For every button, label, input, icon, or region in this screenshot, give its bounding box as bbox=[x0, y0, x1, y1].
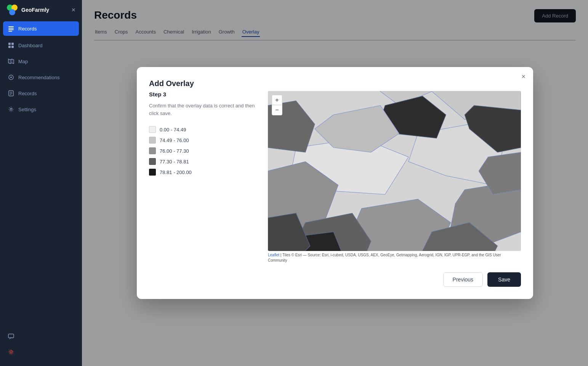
legend-item-1: 0.00 - 74.49 bbox=[149, 126, 256, 133]
legend-label-3: 76.00 - 77.30 bbox=[160, 148, 189, 154]
legend-swatch-3 bbox=[149, 147, 156, 154]
logo-icon bbox=[6, 4, 18, 16]
modal-map-panel: + − bbox=[268, 91, 521, 263]
sidebar-item-records[interactable]: Records bbox=[3, 86, 79, 101]
zoom-out-button[interactable]: − bbox=[272, 105, 282, 115]
main-area: Records Items Crops Accounts Chemical Ir… bbox=[82, 0, 588, 366]
svg-point-20 bbox=[10, 109, 12, 110]
sidebar-item-feedback[interactable] bbox=[3, 329, 79, 344]
legend-label-4: 77.30 - 78.81 bbox=[160, 159, 189, 165]
sidebar-label-recommendations: Recommendations bbox=[18, 75, 59, 80]
svg-rect-6 bbox=[8, 31, 12, 32]
feedback-icon bbox=[8, 333, 14, 340]
modal-close-button[interactable]: × bbox=[521, 73, 526, 80]
legend: 0.00 - 74.49 74.49 - 76.00 76.00 - 77.30 bbox=[149, 126, 256, 176]
legend-swatch-4 bbox=[149, 158, 156, 165]
legend-swatch-2 bbox=[149, 137, 156, 144]
sidebar-item-settings-gear[interactable] bbox=[3, 345, 79, 359]
sidebar-label-settings: Settings bbox=[18, 107, 36, 112]
modal-title: Add Overlay bbox=[149, 79, 521, 88]
svg-rect-8 bbox=[11, 43, 14, 45]
legend-swatch-5 bbox=[149, 169, 156, 176]
modal-footer: Previous Save bbox=[149, 272, 521, 287]
sidebar-label-map: Map bbox=[18, 59, 28, 64]
map-attribution: Leaflet | Tiles © Esri — Source: Esri, i… bbox=[268, 253, 521, 263]
sidebar-item-active[interactable]: Records bbox=[3, 21, 79, 36]
sidebar-active-label: Records bbox=[18, 26, 37, 32]
sidebar-logo: GeoFarmly ✕ bbox=[0, 0, 82, 20]
map-icon bbox=[8, 58, 14, 65]
sidebar-item-recommendations[interactable]: Recommendations bbox=[3, 70, 79, 85]
svg-rect-7 bbox=[8, 43, 11, 45]
legend-label-5: 78.81 - 200.00 bbox=[160, 169, 192, 175]
svg-point-22 bbox=[10, 351, 12, 353]
legend-item-5: 78.81 - 200.00 bbox=[149, 169, 256, 176]
sidebar-label-dashboard: Dashboard bbox=[18, 43, 43, 48]
sidebar-item-settings[interactable]: Settings bbox=[3, 102, 79, 117]
svg-rect-3 bbox=[8, 26, 14, 27]
zoom-in-button[interactable]: + bbox=[272, 95, 282, 105]
svg-rect-9 bbox=[8, 46, 11, 48]
add-overlay-modal: × Add Overlay Step 3 Confirm that the ov… bbox=[137, 67, 533, 299]
leaflet-link[interactable]: Leaflet bbox=[268, 253, 279, 257]
legend-item-4: 77.30 - 78.81 bbox=[149, 158, 256, 165]
records-icon-side bbox=[8, 90, 14, 97]
map-zoom-controls: + − bbox=[272, 95, 282, 115]
attribution-text: | Tiles © Esri — Source: Esri, i-cubed, … bbox=[268, 253, 501, 262]
svg-rect-10 bbox=[11, 46, 14, 48]
svg-rect-21 bbox=[8, 334, 14, 338]
modal-backdrop: × Add Overlay Step 3 Confirm that the ov… bbox=[82, 0, 588, 366]
sidebar-item-map[interactable]: Map bbox=[3, 54, 79, 69]
grid-icon bbox=[8, 42, 14, 49]
svg-point-2 bbox=[9, 9, 15, 15]
sidebar-bottom bbox=[0, 329, 82, 366]
records-icon bbox=[8, 25, 14, 32]
step-label: Step 3 bbox=[149, 91, 256, 97]
svg-marker-11 bbox=[8, 59, 14, 64]
previous-button[interactable]: Previous bbox=[443, 272, 483, 287]
sidebar: GeoFarmly ✕ Records Dashboard bbox=[0, 0, 82, 366]
recommendation-icon bbox=[8, 74, 14, 81]
sidebar-label-records: Records bbox=[18, 91, 37, 96]
map-container[interactable]: + − bbox=[268, 91, 521, 251]
svg-rect-5 bbox=[8, 29, 14, 30]
save-button[interactable]: Save bbox=[487, 272, 521, 287]
step-description: Confirm that the overlay data is correct… bbox=[149, 102, 256, 117]
settings-icon bbox=[8, 106, 14, 113]
map-svg bbox=[268, 91, 521, 251]
legend-swatch-1 bbox=[149, 126, 156, 133]
gear-red-icon bbox=[8, 348, 14, 355]
legend-item-3: 76.00 - 77.30 bbox=[149, 147, 256, 154]
sidebar-close-icon[interactable]: ✕ bbox=[71, 7, 76, 13]
svg-rect-4 bbox=[8, 28, 14, 29]
svg-point-15 bbox=[10, 77, 12, 78]
legend-item-2: 74.49 - 76.00 bbox=[149, 137, 256, 144]
logo-text: GeoFarmly bbox=[21, 7, 49, 13]
sidebar-item-dashboard[interactable]: Dashboard bbox=[3, 38, 79, 53]
modal-body: Step 3 Confirm that the overlay data is … bbox=[149, 91, 521, 263]
modal-left-panel: Step 3 Confirm that the overlay data is … bbox=[149, 91, 256, 263]
legend-label-1: 0.00 - 74.49 bbox=[160, 127, 186, 133]
legend-label-2: 74.49 - 76.00 bbox=[160, 137, 189, 143]
